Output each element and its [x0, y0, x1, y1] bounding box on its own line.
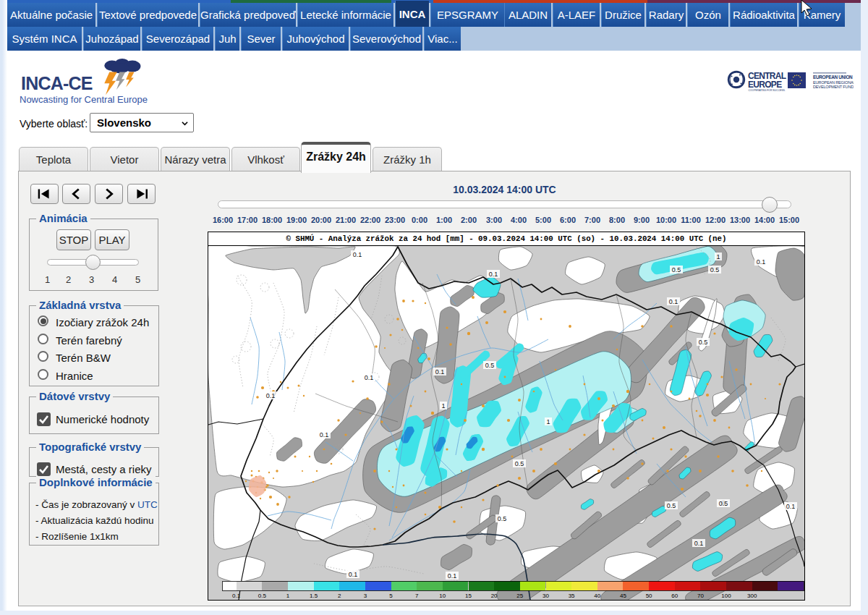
svg-text:0.1: 0.1 — [694, 540, 704, 547]
svg-text:0.5: 0.5 — [667, 502, 676, 509]
svg-text:0.5: 0.5 — [485, 362, 495, 369]
svg-text:10: 10 — [439, 593, 446, 599]
svg-text:0.1: 0.1 — [489, 271, 498, 278]
svg-text:30: 30 — [542, 593, 549, 599]
svg-text:3: 3 — [364, 593, 367, 599]
svg-text:1: 1 — [546, 418, 550, 425]
svg-text:EUROPEAN UNION: EUROPEAN UNION — [813, 75, 853, 80]
svg-text:0.1: 0.1 — [365, 374, 374, 381]
svg-text:0.5: 0.5 — [498, 515, 507, 522]
svg-text:0.5: 0.5 — [515, 460, 524, 467]
svg-text:1: 1 — [441, 402, 445, 410]
svg-text:EUROPEAN REGIONAL: EUROPEAN REGIONAL — [813, 80, 854, 85]
svg-text:0.1: 0.1 — [320, 431, 329, 438]
svg-text:1: 1 — [286, 593, 290, 599]
svg-text:5: 5 — [389, 593, 393, 599]
svg-text:40: 40 — [594, 593, 600, 599]
svg-text:1: 1 — [716, 253, 720, 260]
svg-text:20: 20 — [491, 593, 498, 599]
svg-text:35: 35 — [569, 593, 575, 599]
svg-text:100: 100 — [721, 593, 731, 599]
svg-text:0.5: 0.5 — [710, 266, 720, 273]
svg-text:0.1: 0.1 — [353, 251, 362, 258]
svg-text:0.5: 0.5 — [699, 339, 708, 346]
svg-text:DEVELOPMENT FUND: DEVELOPMENT FUND — [813, 85, 854, 89]
svg-text:0.1: 0.1 — [232, 593, 241, 599]
svg-text:0.1: 0.1 — [786, 503, 796, 510]
svg-text:25: 25 — [516, 593, 523, 599]
svg-text:50: 50 — [646, 593, 652, 599]
svg-text:0.1: 0.1 — [669, 298, 678, 305]
svg-text:15: 15 — [465, 593, 472, 599]
svg-text:0.5: 0.5 — [672, 266, 681, 273]
svg-text:0.1: 0.1 — [435, 368, 445, 376]
svg-text:7: 7 — [415, 593, 419, 599]
svg-text:2: 2 — [338, 593, 341, 599]
svg-text:0.5: 0.5 — [258, 593, 267, 599]
svg-text:0.1: 0.1 — [448, 572, 457, 580]
svg-text:COOPERATING FOR SUCCESS.: COOPERATING FOR SUCCESS. — [749, 89, 786, 92]
svg-text:0.1: 0.1 — [266, 392, 276, 399]
svg-text:45: 45 — [620, 593, 626, 599]
svg-text:70: 70 — [697, 593, 704, 599]
svg-text:1.5: 1.5 — [310, 593, 318, 599]
svg-text:0.5: 0.5 — [719, 500, 728, 507]
svg-text:60: 60 — [671, 593, 678, 599]
svg-text:300: 300 — [747, 593, 757, 599]
svg-text:0.1: 0.1 — [349, 571, 358, 578]
svg-text:0.1: 0.1 — [757, 258, 766, 266]
